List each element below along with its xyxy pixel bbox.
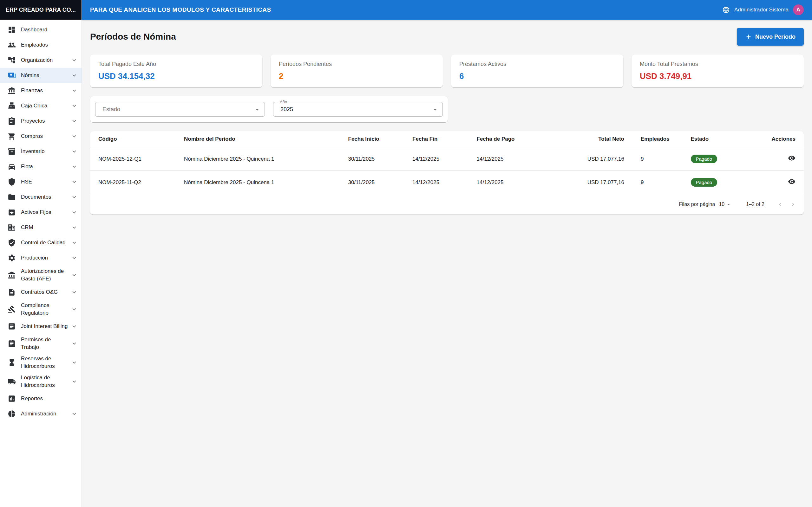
- cell-fecha-fin: 14/12/2025: [404, 147, 468, 171]
- column-header-nombre-del-periodo: Nombre del Período: [176, 131, 340, 147]
- sidebar-item-activos-fijos[interactable]: Activos Fijos: [0, 205, 82, 220]
- sidebar-item-autorizaciones-de-gasto-afe[interactable]: Autorizaciones de Gasto (AFE): [0, 266, 82, 285]
- cell-estado: Pagado: [682, 147, 761, 171]
- chevron-down-icon: [71, 289, 78, 296]
- sidebar-item-permisos-de-trabajo[interactable]: Permisos de Trabajo: [0, 334, 82, 353]
- anio-select-label: Año: [278, 100, 289, 105]
- sidebar-item-reportes[interactable]: Reportes: [0, 391, 82, 406]
- sidebar-item-label: Caja Chica: [21, 102, 69, 110]
- caret-down-icon: [254, 106, 261, 113]
- sidebar-item-organizacion[interactable]: Organización: [0, 53, 82, 68]
- payroll-table-card: CódigoNombre del PeríodoFecha InicioFech…: [90, 131, 804, 215]
- sidebar-item-label: Finanzas: [21, 87, 69, 95]
- stat-card-prestamos-activos: Préstamos Activos 6: [451, 55, 623, 88]
- stat-value: USD 34.154,32: [98, 71, 254, 81]
- next-page-button[interactable]: [786, 198, 799, 211]
- cell-total-neto: USD 17.077,16: [547, 171, 632, 194]
- view-button[interactable]: [785, 175, 798, 188]
- stat-label: Total Pagado Este Año: [98, 61, 254, 67]
- page-header: Períodos de Nómina Nuevo Período: [90, 28, 804, 46]
- avatar[interactable]: A: [793, 4, 804, 15]
- appbar-title: PARA QUE ANALICEN LOS MODULOS Y CARACTER…: [90, 6, 722, 13]
- main-column: PARA QUE ANALICEN LOS MODULOS Y CARACTER…: [82, 0, 812, 507]
- sidebar-item-hse[interactable]: HSE: [0, 174, 82, 189]
- sidebar-item-inventario[interactable]: Inventario: [0, 144, 82, 159]
- cell-nombre: Nómina Diciembre 2025 - Quincena 1: [176, 147, 340, 171]
- sidebar-item-logistica-de-hidrocarburos[interactable]: Logística de Hidrocarburos: [0, 372, 82, 391]
- cell-empleados: 9: [632, 147, 682, 171]
- cart-icon: [8, 132, 16, 140]
- chevron-down-icon: [71, 57, 78, 64]
- chevron-down-icon: [71, 118, 78, 124]
- sidebar-item-produccion[interactable]: Producción: [0, 250, 82, 266]
- cell-fecha-pago: 14/12/2025: [468, 147, 547, 171]
- cash-register-icon: [8, 102, 16, 110]
- chart-icon: [8, 395, 16, 403]
- chevron-down-icon: [71, 224, 78, 231]
- sidebar-item-label: Organización: [21, 56, 69, 64]
- new-period-button[interactable]: Nuevo Período: [737, 28, 804, 46]
- sidebar-item-label: Administración: [21, 410, 69, 418]
- chevron-right-icon: [790, 201, 797, 208]
- sidebar-item-label: Control de Calidad: [21, 239, 69, 246]
- chevron-down-icon: [71, 148, 78, 155]
- stat-card-monto-prestamos: Monto Total Préstamos USD 3.749,91: [631, 55, 804, 88]
- previous-page-button[interactable]: [774, 198, 786, 211]
- column-header-total-neto: Total Neto: [547, 131, 632, 147]
- sidebar-item-proyectos[interactable]: Proyectos: [0, 113, 82, 129]
- stat-value: 6: [459, 71, 615, 81]
- appbar: PARA QUE ANALICEN LOS MODULOS Y CARACTER…: [82, 0, 812, 20]
- sidebar-item-dashboard[interactable]: Dashboard: [0, 22, 82, 38]
- sidebar-item-flota[interactable]: Flota: [0, 159, 82, 174]
- sidebar-item-compras[interactable]: Compras: [0, 129, 82, 144]
- sidebar-item-nomina[interactable]: Nómina: [0, 68, 82, 83]
- caret-down-icon: [432, 106, 439, 113]
- column-header-codigo: Código: [90, 131, 176, 147]
- bank-icon: [8, 87, 16, 95]
- sidebar-item-label: Reportes: [21, 395, 78, 402]
- stat-card-total-pagado: Total Pagado Este Año USD 34.154,32: [90, 55, 262, 88]
- sidebar-item-label: Nómina: [21, 72, 69, 79]
- chevron-down-icon: [71, 178, 78, 185]
- sidebar-item-label: Inventario: [21, 148, 69, 155]
- column-header-fecha-fin: Fecha Fin: [404, 131, 468, 147]
- sidebar-item-label: Dashboard: [21, 26, 78, 34]
- folder-icon: [8, 193, 16, 201]
- cell-codigo: NOM-2025-12-Q1: [90, 147, 176, 171]
- clipboard-icon: [8, 339, 16, 348]
- sidebar-item-label: Compliance Regulatorio: [21, 302, 69, 317]
- chevron-down-icon: [71, 209, 78, 216]
- view-button[interactable]: [785, 152, 798, 164]
- sidebar-item-control-de-calidad[interactable]: Control de Calidad: [0, 235, 82, 250]
- sidebar: ERP CREADO PARA CO... DashboardEmpleados…: [0, 0, 82, 507]
- plus-icon: [745, 33, 752, 40]
- filter-bar: Estado Año 2025: [90, 96, 448, 122]
- chevron-left-icon: [777, 201, 784, 208]
- chevron-down-icon: [71, 239, 78, 246]
- sidebar-item-finanzas[interactable]: Finanzas: [0, 83, 82, 98]
- sidebar-item-administracion[interactable]: Administración: [0, 406, 82, 421]
- estado-select[interactable]: Estado: [95, 102, 265, 117]
- sidebar-item-reservas-de-hidrocarburos[interactable]: Reservas de Hidrocarburos: [0, 353, 82, 372]
- clipboard-icon: [8, 117, 16, 125]
- rows-per-page-select[interactable]: 10: [719, 201, 732, 208]
- sidebar-item-contratos-o-g[interactable]: Contratos O&G: [0, 285, 82, 300]
- new-period-button-label: Nuevo Período: [755, 34, 796, 40]
- estado-select-value: Estado: [102, 106, 120, 113]
- sidebar-item-joint-interest-billing[interactable]: Joint Interest Billing: [0, 319, 82, 334]
- sidebar-item-empleados[interactable]: Empleados: [0, 38, 82, 53]
- sidebar-item-crm[interactable]: CRM: [0, 220, 82, 235]
- cell-estado: Pagado: [682, 171, 761, 194]
- globe-icon[interactable]: [722, 6, 730, 14]
- gear-icon: [8, 254, 16, 262]
- sidebar-item-compliance-regulatorio[interactable]: Compliance Regulatorio: [0, 300, 82, 319]
- sidebar-item-documentos[interactable]: Documentos: [0, 189, 82, 205]
- rows-per-page-label: Filas por página: [679, 202, 715, 207]
- chevron-down-icon: [71, 87, 78, 94]
- sidebar-item-caja-chica[interactable]: Caja Chica: [0, 98, 82, 113]
- cell-fecha-pago: 14/12/2025: [468, 171, 547, 194]
- cell-nombre: Nómina Diciembre 2025 - Quincena 1: [176, 171, 340, 194]
- building-icon: [8, 223, 16, 232]
- anio-select[interactable]: Año 2025: [273, 102, 443, 117]
- chevron-down-icon: [71, 340, 78, 347]
